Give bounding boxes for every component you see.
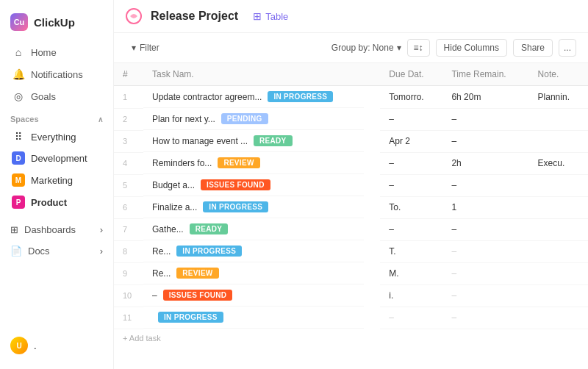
row-task-name[interactable]: Update contractor agreem...IN PROGRESS: [143, 86, 364, 108]
row-task-name[interactable]: Finalize a...IN PROGRESS: [143, 196, 364, 218]
row-number: 7: [114, 218, 143, 240]
table-row[interactable]: 11IN PROGRESS––: [114, 307, 588, 329]
goals-icon: ◎: [12, 90, 25, 102]
development-dot: D: [12, 151, 25, 165]
row-task-name[interactable]: Re...IN PROGRESS: [143, 240, 364, 262]
spaces-collapse-icon[interactable]: ∧: [98, 115, 103, 123]
row-task-name[interactable]: –ISSUES FOUND: [143, 284, 364, 307]
row-time-remaining: –: [442, 130, 528, 152]
sidebar-item-marketing[interactable]: M Marketing: [6, 169, 107, 191]
row-note: [529, 240, 588, 262]
dashboards-arrow-icon: ›: [100, 224, 103, 235]
filter-icon: ▾: [132, 43, 136, 53]
add-row-button[interactable]: + Add task: [114, 329, 588, 347]
status-badge: ISSUES FOUND: [201, 179, 270, 190]
sidebar-item-product-label: Product: [31, 197, 67, 208]
home-icon: ⌂: [12, 46, 25, 58]
table-row[interactable]: 1Update contractor agreem...IN PROGRESST…: [114, 86, 588, 109]
sidebar-item-home-label: Home: [31, 47, 57, 58]
sidebar-item-goals[interactable]: ◎ Goals: [6, 85, 107, 107]
row-task-name[interactable]: Reminders fo...REVIEW: [143, 152, 364, 174]
row-number: 11: [114, 307, 143, 329]
table-row[interactable]: 10–ISSUES FOUNDi.–: [114, 284, 588, 307]
table-wrapper: # Task Nam. Due Dat. Time Remain. Note. …: [114, 63, 588, 369]
row-number: 9: [114, 262, 143, 284]
sidebar-item-dashboards[interactable]: ⊞ Dashboards ›: [0, 219, 113, 240]
row-due-date: –: [380, 218, 442, 240]
table-row[interactable]: 9Re...REVIEWM.–: [114, 262, 588, 284]
sort-button[interactable]: ≡↕: [407, 39, 430, 57]
status-badge: READY: [254, 135, 293, 146]
row-task-name[interactable]: How to manage event ...READY: [143, 130, 364, 152]
user-area[interactable]: U .: [0, 331, 113, 360]
row-note: [529, 307, 588, 329]
sidebar-item-development-label: Development: [31, 153, 87, 164]
row-task-name[interactable]: IN PROGRESS: [143, 307, 364, 329]
sidebar-item-docs[interactable]: 📄 Docs ›: [0, 240, 113, 262]
project-title: Release Project: [151, 10, 238, 23]
marketing-dot: M: [12, 173, 25, 187]
row-note: [529, 108, 588, 130]
sidebar-item-home[interactable]: ⌂ Home: [6, 41, 107, 63]
row-note: [529, 284, 588, 307]
user-label: .: [34, 340, 37, 351]
share-button[interactable]: Share: [513, 39, 553, 57]
row-number: 4: [114, 152, 143, 174]
toolbar: ▾ Filter Group by: None ▾ ≡↕ Hide Column…: [114, 33, 588, 63]
sidebar-item-notifications[interactable]: 🔔 Notifications: [6, 63, 107, 85]
status-badge: REVIEW: [176, 268, 218, 279]
docs-icon: 📄: [10, 246, 22, 257]
row-note: Execu.: [529, 152, 588, 174]
status-badge: READY: [190, 223, 229, 234]
spaces-list: ⠿ Everything D Development M Marketing P…: [0, 126, 113, 213]
main-content: Release Project ⊞ Table ▾ Filter Group b…: [114, 0, 588, 369]
row-time-remaining: –: [442, 307, 528, 329]
sidebar-item-product[interactable]: P Product: [6, 191, 107, 213]
col-task-name: Task Nam.: [143, 63, 380, 86]
row-due-date: i.: [380, 284, 442, 307]
table-row[interactable]: 2Plan for next y...PENDING––: [114, 108, 588, 130]
sidebar-item-everything[interactable]: ⠿ Everything: [6, 126, 107, 147]
row-time-remaining: 1: [442, 196, 528, 218]
table-tab[interactable]: ⊞ Table: [247, 7, 294, 25]
spaces-section: Spaces ∧: [0, 107, 113, 126]
row-task-name[interactable]: Re...REVIEW: [143, 262, 364, 284]
sidebar: Cu ClickUp ⌂ Home 🔔 Notifications ◎ Goal…: [0, 0, 114, 369]
row-number: 10: [114, 284, 143, 307]
product-dot: P: [12, 196, 25, 209]
table-row[interactable]: 5Budget a...ISSUES FOUND––: [114, 174, 588, 196]
table-row[interactable]: 7Gathe...READY––: [114, 218, 588, 240]
sidebar-item-everything-label: Everything: [31, 132, 76, 143]
more-options-button[interactable]: ...: [559, 39, 576, 57]
row-task-name[interactable]: Gathe...READY: [143, 218, 364, 240]
logo-text: ClickUp: [34, 16, 75, 29]
row-time-remaining: –: [442, 284, 528, 307]
status-badge: IN PROGRESS: [203, 201, 268, 212]
row-task-name[interactable]: Budget a...ISSUES FOUND: [143, 174, 364, 196]
row-due-date: –: [380, 108, 442, 130]
row-number: 6: [114, 196, 143, 218]
row-time-remaining: –: [442, 174, 528, 196]
dashboards-icon: ⊞: [10, 224, 18, 235]
row-note: [529, 218, 588, 240]
hide-columns-button[interactable]: Hide Columns: [436, 39, 507, 57]
page-header: Release Project ⊞ Table: [114, 0, 588, 33]
group-by-selector[interactable]: Group by: None ▾: [331, 43, 401, 53]
row-task-name[interactable]: Plan for next y...PENDING: [143, 108, 364, 130]
sidebar-item-development[interactable]: D Development: [6, 147, 107, 169]
project-icon: [126, 8, 142, 24]
table-row[interactable]: 8Re...IN PROGRESST.–: [114, 240, 588, 262]
everything-icon: ⠿: [12, 131, 25, 143]
table-row[interactable]: 6Finalize a...IN PROGRESSTo.1: [114, 196, 588, 218]
table-row[interactable]: 3How to manage event ...READYApr 2–: [114, 130, 588, 152]
status-badge: ISSUES FOUND: [163, 290, 233, 301]
row-due-date: –: [380, 152, 442, 174]
row-time-remaining: 2h: [442, 152, 528, 174]
row-due-date: Tomorro.: [380, 86, 442, 109]
row-number: 2: [114, 108, 143, 130]
row-note: Plannin.: [529, 86, 588, 109]
col-num: #: [114, 63, 143, 86]
row-due-date: –: [380, 174, 442, 196]
table-row[interactable]: 4Reminders fo...REVIEW–2hExecu.: [114, 152, 588, 174]
filter-button[interactable]: ▾ Filter: [126, 40, 165, 56]
